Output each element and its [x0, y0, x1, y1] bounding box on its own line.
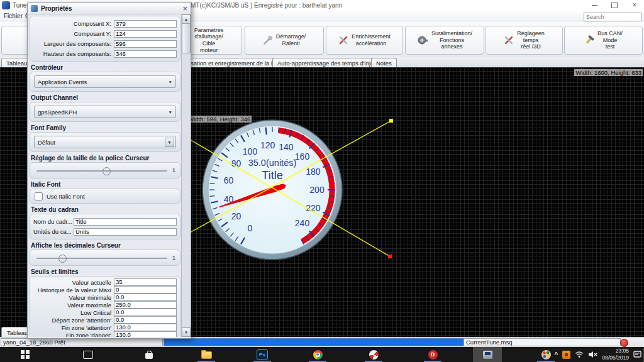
svg-text:200: 200: [309, 185, 325, 195]
connection-status-icon: [620, 339, 628, 347]
toolbar-button-5[interactable]: Réglageen temps réel /3D: [486, 26, 563, 55]
field-input[interactable]: 0.0: [114, 316, 177, 324]
toolbar-button-label: Suralimentation/ Fonctions annexes: [431, 30, 472, 50]
field-input[interactable]: 0.0: [114, 309, 177, 316]
italic-checkbox[interactable]: [35, 192, 43, 200]
limits-panel: Valeur actuelle35Historique de la valeur…: [30, 276, 180, 337]
wifi-icon[interactable]: [575, 351, 584, 358]
toolbar-button-4[interactable]: Suralimentation/ Fonctions annexes: [405, 26, 484, 55]
field-label: Départ zone 'attention': [33, 317, 114, 324]
minimize-button[interactable]: [585, 0, 604, 10]
field-input[interactable]: 596: [114, 40, 177, 48]
windows-logo-icon: [21, 350, 30, 359]
svg-text:100: 100: [243, 146, 258, 156]
field-label: Low Critical: [33, 309, 114, 316]
toolbar-button-label: Enrichissement accélération: [352, 33, 391, 47]
menu-fichier[interactable]: Fichier: [4, 13, 23, 19]
field-label: Valeur minimale: [33, 294, 114, 301]
field-input[interactable]: 250.0: [114, 301, 177, 309]
tunerstudio-icon: [483, 351, 492, 359]
d-app-button[interactable]: D: [418, 347, 447, 362]
section-header: Réglage de la taille de la police Curseu…: [31, 155, 179, 162]
toolbar-button-label: Réglageen temps réel /3D: [517, 30, 545, 50]
field-input[interactable]: 379: [114, 20, 177, 28]
checkbox-label: Use Italic Font: [47, 193, 85, 200]
scroll-down-icon[interactable]: ▼: [182, 327, 191, 337]
chrome-button[interactable]: [303, 347, 332, 362]
dial-text-panel: Nom du cadr...TitleUnités du ca...Units: [30, 214, 180, 239]
field-input[interactable]: 35: [114, 278, 177, 286]
slider-value: 1: [172, 167, 175, 173]
turbo-icon: [417, 35, 428, 45]
tray-app-icon[interactable]: [562, 351, 570, 359]
section-header: Output Channel: [31, 94, 179, 101]
hammer-icon: [584, 35, 594, 45]
field-input[interactable]: 0: [114, 286, 177, 293]
field-label: Fin zone 'attention': [33, 324, 114, 331]
task-view-button[interactable]: [74, 347, 103, 362]
selection-handle-red[interactable]: [388, 255, 392, 258]
action-center-icon[interactable]: [633, 351, 641, 358]
gauge-needle-hub: [279, 184, 284, 189]
svg-text:160: 160: [295, 151, 310, 162]
italic-panel: Use Italic Font: [30, 189, 180, 204]
toolbar-button-2[interactable]: Démarrage/ Ralenti: [245, 26, 324, 55]
output-channel-select[interactable]: gpsSpeedKPH ▼: [34, 106, 176, 118]
controller-select[interactable]: Application Events ▼: [34, 75, 176, 88]
maximize-button[interactable]: [605, 0, 624, 10]
media-app-button[interactable]: [359, 347, 388, 362]
close-button[interactable]: ×: [625, 0, 644, 10]
field-label: Composant Y:: [33, 30, 114, 37]
field-label: Valeur maximale: [33, 302, 114, 309]
store-bag-icon: [145, 353, 153, 359]
field-input[interactable]: 346: [114, 50, 177, 58]
font-size-slider[interactable]: 1: [35, 165, 175, 175]
clock[interactable]: 23:05 08/05/2019: [602, 348, 629, 361]
property-row: Composant Y:124: [33, 29, 177, 38]
file-explorer-button[interactable]: [192, 347, 221, 362]
system-tray: ^ 23:05 08/05/2019: [555, 347, 644, 362]
start-button[interactable]: [11, 347, 40, 362]
font-family-select[interactable]: Défaut ▼: [34, 136, 176, 148]
field-input[interactable]: Title: [74, 218, 177, 226]
properties-icon: [31, 5, 38, 12]
field-input[interactable]: 0.0: [114, 293, 177, 301]
slider-thumb[interactable]: [103, 167, 111, 175]
toolbar-button-3[interactable]: Enrichissement accélération: [326, 26, 403, 55]
slider-thumb[interactable]: [58, 255, 67, 263]
scroll-up-icon[interactable]: ▲: [182, 14, 191, 24]
dialog-titlebar[interactable]: Propriétés ×: [28, 3, 191, 14]
store-button[interactable]: [135, 347, 164, 362]
tools-icon: [504, 35, 514, 45]
selected-value: Défaut: [38, 139, 55, 146]
d-app-icon: D: [428, 350, 438, 359]
svg-text:180: 180: [306, 167, 321, 177]
tab-notes[interactable]: Notes: [371, 58, 397, 67]
field-input[interactable]: Units: [74, 228, 177, 236]
current-tune-file[interactable]: CurrentTune.msq: [464, 338, 621, 346]
scrollbar-thumb[interactable]: [182, 23, 191, 53]
font-size-panel: 1: [30, 162, 180, 178]
progress-bar: [164, 338, 465, 346]
tray-time: 23:05: [602, 348, 629, 354]
field-input[interactable]: 130.0: [114, 324, 177, 331]
dialog-close-icon[interactable]: ×: [182, 5, 187, 12]
media-app-icon: [369, 350, 379, 359]
field-label: Fin zone 'danger': [33, 332, 114, 337]
property-row: Nom du cadr...Title: [33, 217, 177, 226]
svg-text:240: 240: [295, 218, 310, 228]
volume-muted-icon[interactable]: [588, 351, 597, 358]
field-input[interactable]: 124: [114, 30, 177, 38]
tunerstudio-button[interactable]: [473, 347, 502, 362]
speed-gauge[interactable]: 020406080100120140160180200220240 35.0(u…: [197, 114, 348, 265]
dialog-scrollbar[interactable]: ▲ ▼: [181, 14, 190, 337]
field-input[interactable]: 130.0: [114, 331, 177, 337]
search-input[interactable]: [584, 13, 641, 21]
selection-handle-yellow[interactable]: [389, 119, 393, 123]
section-header: Font Family: [31, 124, 179, 131]
tray-expand-icon[interactable]: ^: [555, 351, 558, 358]
toolbar-button-6[interactable]: Bus CAN/ Mode test: [564, 26, 643, 55]
photoshop-button[interactable]: Ps: [248, 347, 277, 362]
decimals-slider[interactable]: 1: [35, 253, 175, 263]
field-label: Composant X:: [33, 20, 114, 27]
